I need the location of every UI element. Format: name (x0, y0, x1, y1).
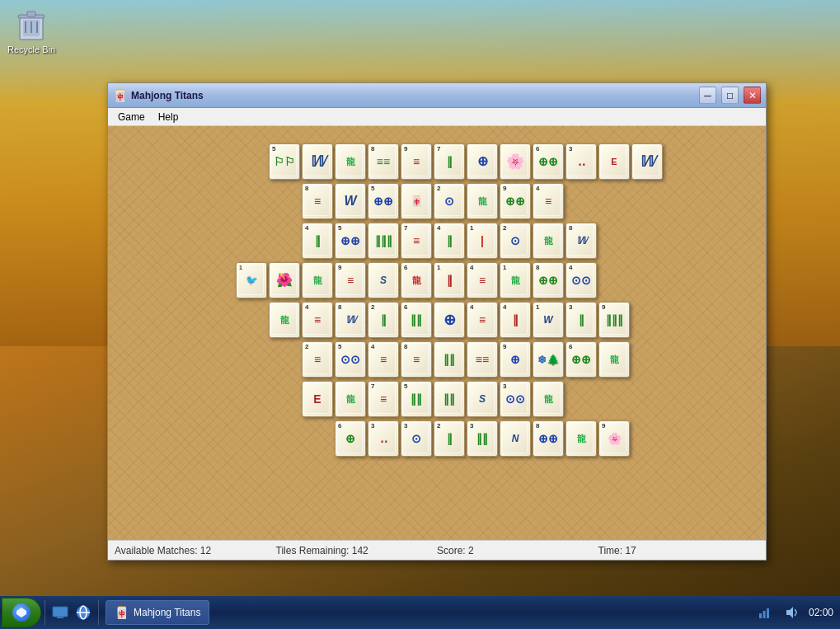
recycle-bin[interactable]: Recycle Bin (7, 7, 56, 55)
tile[interactable]: 🌺 (269, 262, 300, 298)
svg-rect-3 (27, 12, 35, 16)
title-bar: 🀄 Mahjong Titans ─ □ ✕ (108, 83, 766, 108)
tile[interactable]: 龍 (335, 381, 366, 417)
taskbar-clock[interactable]: 02:00 (809, 607, 833, 618)
tile[interactable]: 3‖ (565, 302, 597, 338)
resize-grip[interactable] (754, 528, 766, 540)
menu-help[interactable]: Help (152, 110, 185, 124)
tile[interactable]: 🌸 (500, 143, 531, 180)
tile[interactable]: 4⊙⊙ (565, 262, 597, 298)
tile[interactable]: 4≡ (533, 183, 564, 219)
tile[interactable]: 7≡ (368, 381, 399, 417)
tile[interactable]: 🀄 (401, 183, 432, 219)
tile[interactable]: 4≡ (467, 302, 498, 338)
svg-rect-10 (53, 607, 68, 617)
tile[interactable]: 4‖ (434, 223, 465, 259)
menu-game[interactable]: Game (111, 110, 152, 124)
tile[interactable]: 9‖‖‖ (598, 302, 630, 338)
tile[interactable]: 龍 (565, 420, 597, 457)
tile[interactable]: 5⊕⊕ (368, 183, 399, 219)
tile[interactable]: E (302, 381, 333, 417)
tile[interactable]: 1W (533, 302, 564, 338)
tile[interactable]: 8≡ (401, 341, 432, 378)
tile[interactable]: 5⚐⚐ (269, 143, 300, 180)
tile[interactable]: ‖‖ (434, 341, 465, 378)
tile[interactable]: 9⊕ (500, 341, 531, 378)
tile[interactable]: 𝕎 (302, 143, 333, 180)
close-button[interactable]: ✕ (744, 87, 761, 104)
tile[interactable]: 8≡≡ (368, 143, 399, 180)
tile[interactable]: ⊕ (467, 143, 498, 180)
tile[interactable]: 6⊕⊕ (565, 341, 597, 378)
tile[interactable]: 6‖‖ (401, 302, 432, 338)
tile[interactable]: 7‖ (434, 143, 465, 180)
tile[interactable]: ‖‖‖ (368, 223, 399, 259)
tile[interactable]: 8≡ (302, 183, 333, 219)
taskbar-show-desktop[interactable] (50, 603, 70, 622)
tray-network[interactable] (754, 603, 774, 622)
tile[interactable]: ❄🌲 (533, 341, 564, 378)
tile[interactable]: 4‖ (500, 302, 531, 338)
tile[interactable]: N (500, 420, 531, 457)
tile[interactable]: ≡≡ (467, 341, 498, 378)
tile[interactable]: 3‖‖ (467, 420, 498, 457)
tile[interactable]: S (368, 262, 399, 298)
tile[interactable]: ‖‖ (434, 381, 465, 417)
tile[interactable]: 9≡ (335, 262, 366, 298)
tile[interactable]: 9🌸 (598, 420, 630, 457)
tile[interactable]: 龍 (467, 183, 498, 219)
tile[interactable]: 3‥ (565, 143, 597, 180)
tile[interactable]: 龍 (598, 341, 630, 378)
tile[interactable]: 1‖ (434, 262, 465, 298)
tile[interactable]: 8⊕⊕ (533, 262, 564, 298)
tile[interactable]: 6⊕⊕ (533, 143, 564, 180)
tile[interactable]: 6⊕ (335, 420, 366, 457)
tile[interactable]: 2‖ (368, 302, 399, 338)
taskbar-internet-explorer[interactable] (73, 603, 93, 622)
tile[interactable]: 5⊙⊙ (335, 341, 366, 378)
tile[interactable]: 2⊙ (434, 183, 465, 219)
tile[interactable]: S (467, 381, 498, 417)
tile[interactable]: 2‖ (434, 420, 465, 457)
available-matches: Available Matches: 12 (115, 545, 276, 556)
tile[interactable]: 龍 (533, 381, 564, 417)
start-button[interactable] (2, 598, 41, 627)
minimize-button[interactable]: ─ (699, 87, 716, 104)
tile[interactable]: 4≡ (302, 302, 333, 338)
tile[interactable]: 5‖‖ (401, 381, 432, 417)
menu-bar: Game Help (108, 108, 766, 126)
tile[interactable]: 1| (467, 223, 498, 259)
tile[interactable]: 1龍 (500, 262, 531, 298)
tile[interactable]: 3‥ (368, 420, 399, 457)
tile[interactable]: 9⊕⊕ (500, 183, 531, 219)
tile[interactable]: 3⊙ (401, 420, 432, 457)
tile[interactable]: 7≡ (401, 223, 432, 259)
tile[interactable]: 4‖ (302, 223, 333, 259)
tile[interactable]: 龍 (302, 262, 333, 298)
tile[interactable]: 9≡ (401, 143, 432, 180)
tile[interactable]: 5⊕⊕ (335, 223, 366, 259)
taskbar-mahjong[interactable]: 🀄 Mahjong Titans (106, 600, 209, 625)
tile[interactable]: 4≡ (368, 341, 399, 378)
tile[interactable]: W (335, 183, 366, 219)
tile[interactable]: 2≡ (302, 341, 333, 378)
tile[interactable]: 8⊕⊕ (533, 420, 564, 457)
tile[interactable]: 龍 (269, 302, 300, 338)
tile[interactable]: 6龍 (401, 262, 432, 298)
window-title: Mahjong Titans (131, 90, 694, 101)
tile[interactable]: 3⊙⊙ (500, 381, 531, 417)
tile[interactable]: 龍 (533, 223, 564, 259)
maximize-button[interactable]: □ (721, 87, 739, 104)
tile[interactable]: 龍 (335, 143, 366, 180)
tray-volume[interactable] (782, 603, 802, 622)
tile[interactable]: E (598, 143, 630, 180)
tile[interactable]: ⊕ (434, 302, 465, 338)
taskbar-sep-2 (98, 600, 99, 625)
tile[interactable]: 𝕎 (631, 143, 663, 180)
tile[interactable]: 8𝕎 (335, 302, 366, 338)
tile[interactable]: 1🐦 (236, 262, 267, 298)
tile[interactable]: 4≡ (467, 262, 498, 298)
tile[interactable]: 8𝕎 (565, 223, 597, 259)
svg-rect-15 (759, 613, 762, 618)
tile[interactable]: 2⊙ (500, 223, 531, 259)
